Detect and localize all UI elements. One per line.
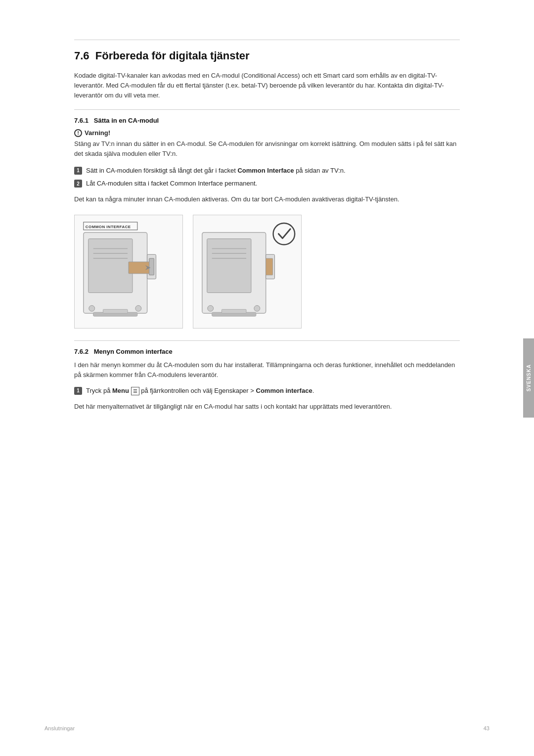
step-762-1-number: 1 <box>74 387 82 395</box>
svg-rect-3 <box>89 238 133 292</box>
step-1-number: 1 <box>74 167 82 175</box>
warning-title: ! Varning! <box>74 129 460 137</box>
step-1-text: Sätt in CA-modulen försiktigt så långt d… <box>86 166 460 176</box>
side-tab-label: SVENSKA <box>526 364 532 391</box>
side-tab: SVENSKA <box>523 338 534 418</box>
tv-svg-1: COMMON INTERFACE <box>75 215 182 328</box>
tv-svg-2 <box>193 215 301 328</box>
svg-rect-9 <box>129 262 149 274</box>
subsection-762-body2: Det här menyalternativet är tillgängligt… <box>74 402 460 412</box>
warning-body: Stäng av TV:n innan du sätter in en CA-m… <box>74 139 460 159</box>
step-2-text: Låt CA-modulen sitta i facket Common Int… <box>86 179 460 189</box>
svg-point-24 <box>208 305 214 311</box>
section-title: 7.6 Förbereda för digitala tjänster <box>74 49 460 63</box>
footer-left: Anslutningar <box>44 725 75 731</box>
svg-text:COMMON INTERFACE: COMMON INTERFACE <box>86 224 131 229</box>
subsection-762: 7.6.2 Menyn Common interface I den här m… <box>74 340 460 412</box>
svg-point-25 <box>254 305 260 311</box>
svg-rect-8 <box>149 258 154 275</box>
steps-list: 1 Sätt in CA-modulen försiktigt så långt… <box>74 166 460 189</box>
page-footer: Anslutningar 43 <box>44 725 490 731</box>
svg-rect-12 <box>103 309 128 313</box>
after-steps-text: Det kan ta några minuter innan CA-module… <box>74 194 460 204</box>
illustration-1: COMMON INTERFACE <box>74 215 183 329</box>
warning-label: Varning! <box>85 129 110 137</box>
illustrations: COMMON INTERFACE <box>74 215 460 329</box>
svg-rect-16 <box>207 238 251 292</box>
svg-point-13 <box>89 305 95 311</box>
ci-bold: Common interface <box>256 387 312 394</box>
footer-right: 43 <box>484 725 490 731</box>
illustration-2 <box>193 215 302 329</box>
page: SVENSKA 7.6 Förbereda för digitala tjäns… <box>0 0 534 756</box>
steps-762: 1 Tryck på Menu ☰ på fjärrkontrollen och… <box>74 386 460 396</box>
menu-bold: Menu <box>112 387 129 394</box>
section-header: 7.6 Förbereda för digitala tjänster <box>74 40 460 63</box>
section-body: Kodade digital-TV-kanaler kan avkodas me… <box>74 71 460 100</box>
subsection-761: 7.6.1 Sätta in en CA-modul ! Varning! St… <box>74 109 460 329</box>
step-762-1: 1 Tryck på Menu ☰ på fjärrkontrollen och… <box>74 386 460 396</box>
warning-box: ! Varning! Stäng av TV:n innan du sätter… <box>74 129 460 159</box>
step-1: 1 Sätt in CA-modulen försiktigt så långt… <box>74 166 460 176</box>
main-content: 7.6 Förbereda för digitala tjänster Koda… <box>30 0 504 756</box>
svg-point-14 <box>135 305 141 311</box>
step-2-number: 2 <box>74 180 82 188</box>
svg-rect-21 <box>266 258 273 275</box>
step-1-bold: Common Interface <box>237 167 294 174</box>
subsection-762-body1: I den här menyn kommer du åt CA-modulen … <box>74 360 460 380</box>
step-2: 2 Låt CA-modulen sitta i facket Common I… <box>74 179 460 189</box>
menu-icon: ☰ <box>131 387 139 396</box>
subsection-762-title: 7.6.2 Menyn Common interface <box>74 348 460 355</box>
svg-rect-23 <box>222 309 246 313</box>
subsection-761-title: 7.6.1 Sätta in en CA-modul <box>74 117 460 124</box>
warning-icon: ! <box>74 129 82 137</box>
step-762-1-text: Tryck på Menu ☰ på fjärrkontrollen och v… <box>86 386 460 396</box>
svg-point-26 <box>273 223 295 245</box>
